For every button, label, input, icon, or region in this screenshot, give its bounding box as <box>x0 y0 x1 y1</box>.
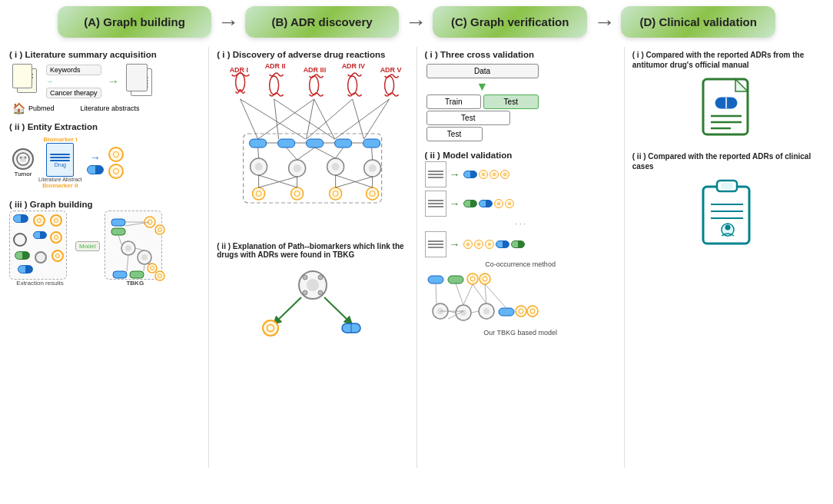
drug-output: → <box>87 151 104 174</box>
svg-rect-40 <box>307 139 324 148</box>
node-capsule-1 <box>13 214 28 223</box>
svg-point-102 <box>467 274 478 284</box>
row-nodes-2 <box>463 199 514 208</box>
column-c: ( i ) Three cross validation Data ▼ Trai… <box>422 47 619 468</box>
svg-line-25 <box>144 264 144 271</box>
svg-point-90 <box>303 275 307 280</box>
path-svg <box>244 260 382 337</box>
path-explanation-diagram <box>217 260 408 337</box>
row-nodes-3 <box>463 240 525 249</box>
biomarker-circle-1 <box>108 147 124 162</box>
separator-ab <box>208 47 209 468</box>
svg-line-21 <box>118 235 121 244</box>
svg-line-75 <box>372 148 373 160</box>
node-circle-1 <box>33 214 45 227</box>
svg-point-93 <box>318 290 323 295</box>
tbkg-graph: TBKG <box>105 211 166 287</box>
doc-icon-3 <box>425 231 446 257</box>
svg-line-61 <box>274 99 279 139</box>
svg-point-34 <box>348 76 357 94</box>
cv-test-row2: Test <box>426 111 539 125</box>
svg-point-140 <box>725 225 731 230</box>
svg-point-46 <box>294 164 301 172</box>
svg-point-11 <box>125 245 131 251</box>
node-circle-2 <box>50 214 62 227</box>
drug-capsule-icon <box>87 165 104 174</box>
cv-traintest-row: Train Test <box>426 94 539 109</box>
model-row-3: → <box>425 231 616 257</box>
adr-svg: ADR I ADR II ADR III ADR IV <box>217 61 408 237</box>
col-c-sec2-title: ( ii ) Model validation <box>425 151 616 160</box>
pubmed-label: Pubmed <box>28 104 55 112</box>
row-arrow-2: → <box>450 197 460 210</box>
svg-rect-15 <box>130 271 144 278</box>
adr-diagram: ADR I ADR II ADR III ADR IV <box>217 61 408 237</box>
arrow-2: → <box>399 10 433 35</box>
biomarker1-label: Biomarker I <box>43 136 77 143</box>
svg-point-53 <box>291 187 304 200</box>
pubmed-row: 🏠 Pubmed Literature abstracts <box>12 102 201 114</box>
svg-point-91 <box>318 275 323 280</box>
svg-text:ADR IV: ADR IV <box>342 62 366 70</box>
svg-point-51 <box>253 187 265 200</box>
model-row-1: → <box>425 161 616 187</box>
pipeline-box-a: (A) Graph building <box>58 6 211 38</box>
svg-line-60 <box>241 99 306 139</box>
col-a-sec1-title: ( i ) Literature summary acquisition <box>9 50 201 59</box>
svg-point-89 <box>307 279 319 291</box>
model-label: Model <box>75 241 100 251</box>
doc-stack-left <box>12 64 40 99</box>
arrow-3: → <box>587 10 621 35</box>
node-capsule-3 <box>15 251 30 260</box>
column-b: ( i ) Discovery of adverse drug reaction… <box>214 47 411 468</box>
svg-rect-14 <box>113 271 127 278</box>
svg-point-113 <box>516 306 526 317</box>
official-manual-icon <box>632 76 824 141</box>
extraction-label: Extraction results <box>9 280 71 287</box>
col-c-sec2: ( ii ) Model validation → <box>425 151 616 337</box>
svg-point-8 <box>155 225 164 234</box>
svg-text:ADR II: ADR II <box>265 62 286 70</box>
svg-rect-4 <box>111 219 125 226</box>
col-d-sec2-title: ( ii ) Compared with the reported ADRs o… <box>632 151 824 171</box>
svg-rect-5 <box>111 228 125 235</box>
col-a-sec1: ( i ) Literature summary acquisition <box>9 50 201 114</box>
pipeline-header: (A) Graph building → (B) ADR discovery →… <box>0 0 833 44</box>
cv-test-bar-1: Test <box>483 94 539 109</box>
svg-rect-135 <box>721 183 733 189</box>
node-virus-2 <box>35 251 47 264</box>
keywords-box: Keywords → Cancer therapy <box>46 65 101 98</box>
svg-line-94 <box>276 297 301 322</box>
svg-line-71 <box>287 148 297 160</box>
svg-text:ADR I: ADR I <box>230 66 249 74</box>
svg-line-117 <box>436 284 436 303</box>
graph-build-content: Extraction results Model <box>9 211 201 287</box>
svg-point-18 <box>155 271 164 280</box>
pipeline-box-c: (C) Graph verification <box>433 6 587 38</box>
col-d-sec2: ( ii ) Compared with the reported ADRs o… <box>632 151 824 247</box>
entity-doc: Drug <box>46 143 74 177</box>
biomarker-circles <box>108 147 124 179</box>
svg-point-48 <box>332 163 340 171</box>
svg-point-3 <box>25 156 27 158</box>
svg-point-111 <box>483 308 490 314</box>
cross-val-diagram: Data ▼ Train Test Test Test <box>425 61 540 146</box>
tumor-group: Tumor <box>12 148 34 177</box>
entity-center: Biomarker I Drug Literature Abstract Bio… <box>38 136 82 189</box>
svg-point-16 <box>148 264 157 273</box>
lit-summary-diagram: Keywords → Cancer therapy → <box>9 61 201 102</box>
svg-point-32 <box>310 76 319 94</box>
svg-point-92 <box>303 290 307 295</box>
col-a-sec2: ( ii ) Entity Extraction Tumor Biomarker… <box>9 122 201 192</box>
separator-cd <box>624 47 625 468</box>
pipeline-box-d: (D) Clinical validation <box>621 6 775 38</box>
svg-line-119 <box>463 284 473 305</box>
svg-line-73 <box>315 148 336 158</box>
dotted-sep: · · · <box>425 220 616 228</box>
extraction-results: Extraction results <box>9 211 71 287</box>
biomarker-circle-2 <box>108 164 124 179</box>
graph-arrow: Model <box>75 241 100 253</box>
co-occurrence-label: Co-occurrence method <box>425 260 616 268</box>
col-c-sec1-title: ( i ) Three cross validation <box>425 50 616 59</box>
svg-point-104 <box>480 274 490 284</box>
